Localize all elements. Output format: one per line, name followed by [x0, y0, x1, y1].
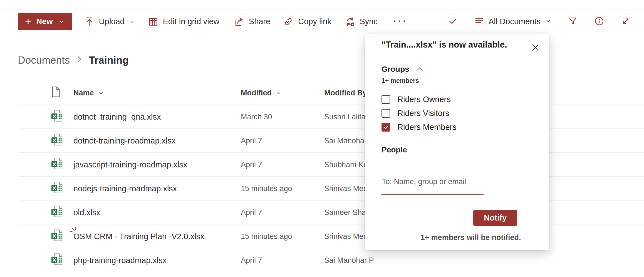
command-bar-right: All Documents	[448, 16, 631, 28]
view-selector-label: All Documents	[489, 17, 541, 26]
table-row[interactable]: php-training-roadmap.xlsx April 7 Sai Ma…	[0, 248, 644, 272]
sync-label: Sync	[360, 17, 378, 26]
checkbox-label: Riders Visitors	[397, 109, 449, 118]
file-modified: April 7	[241, 160, 262, 169]
chevron-right-icon	[76, 55, 83, 66]
file-type-column-icon	[51, 86, 61, 100]
column-header-modified-by[interactable]: Modified By	[324, 89, 367, 97]
share-label: Share	[249, 17, 270, 26]
notify-footer-text: 1+ members will be notified.	[401, 233, 540, 242]
file-modified: 15 minutes ago	[241, 232, 292, 241]
groups-members-count: 1+ members	[382, 77, 419, 85]
column-header-modified-by-label: Modified By	[324, 89, 367, 97]
column-header-modified-label: Modified	[241, 89, 272, 97]
checkbox[interactable]	[382, 109, 390, 118]
popup-title: "Train....xlsx" is now available.	[382, 40, 507, 50]
link-icon	[283, 16, 294, 27]
chevron-down-icon	[129, 19, 135, 25]
file-name[interactable]: javascript-training-roadmap.xlsx	[73, 160, 187, 169]
excel-file-icon	[51, 157, 64, 172]
new-button-label: New	[36, 17, 53, 26]
group-checkbox-option[interactable]: Riders Visitors	[382, 106, 457, 120]
excel-file-icon	[51, 205, 64, 220]
chevron-down-icon	[98, 90, 104, 96]
column-header-modified[interactable]: Modified	[241, 89, 282, 97]
checkbox-label: Riders Members	[397, 123, 457, 132]
edit-grid-view-label: Edit in grid view	[163, 17, 219, 26]
file-name[interactable]: dotnet_training_qna.xlsx	[73, 112, 161, 122]
chevron-up-icon	[415, 66, 424, 73]
upload-icon	[84, 16, 95, 27]
close-button[interactable]	[529, 41, 541, 54]
excel-file-icon	[51, 110, 64, 124]
file-modified-by: Sushri Lalita	[324, 113, 366, 121]
excel-file-icon	[51, 253, 64, 268]
notify-button[interactable]: Notify	[473, 210, 517, 226]
sync-icon	[345, 16, 355, 27]
breadcrumb: Documents Training	[18, 55, 129, 66]
checkbox-label: Riders Owners	[397, 95, 451, 104]
checkbox[interactable]	[382, 123, 390, 132]
group-checkbox-option[interactable]: Riders Members	[382, 120, 457, 134]
edit-grid-view-button[interactable]: Edit in grid view	[148, 16, 219, 27]
file-name[interactable]: dotnet-training-roadmap.xlsx	[73, 136, 176, 145]
upload-label: Upload	[99, 17, 125, 26]
file-modified-by: Sameer Shaik	[324, 208, 371, 217]
upload-button[interactable]: Upload	[84, 16, 135, 27]
chevron-down-icon	[276, 90, 282, 96]
checkbox[interactable]	[382, 95, 390, 104]
file-modified: April 7	[241, 137, 262, 145]
groups-heading: Groups	[382, 65, 409, 74]
more-commands-button[interactable]: ···	[393, 14, 407, 27]
filter-icon[interactable]	[568, 16, 578, 27]
grid-icon	[148, 16, 158, 27]
excel-file-icon	[51, 133, 64, 148]
breadcrumb-parent[interactable]: Documents	[18, 55, 70, 66]
file-modified-by: Srinivas Med	[324, 232, 368, 241]
column-header-name-label: Name	[73, 89, 94, 97]
share-button[interactable]: Share	[234, 16, 270, 27]
column-header-name[interactable]: Name	[73, 89, 104, 97]
copy-link-label: Copy link	[298, 17, 331, 26]
info-icon[interactable]	[594, 16, 605, 28]
people-picker-input[interactable]	[381, 173, 484, 195]
chevron-down-icon	[545, 17, 552, 26]
new-button[interactable]: + New	[18, 13, 72, 30]
copy-link-button[interactable]: Copy link	[283, 16, 331, 27]
command-bar: + New Upload Edit in grid view Share Cop…	[0, 9, 644, 34]
file-name[interactable]: nodejs-training-roadmap.xlsx	[73, 184, 177, 193]
selection-check-icon[interactable]	[448, 16, 458, 27]
file-modified: April 7	[241, 208, 262, 217]
view-list-icon	[474, 16, 484, 28]
file-name[interactable]: OSM CRM - Training Plan -V2.0.xlsx	[73, 232, 204, 241]
chevron-down-icon	[58, 18, 65, 25]
share-icon	[234, 16, 244, 27]
file-modified: 15 minutes ago	[241, 184, 292, 193]
file-modified-by: Sai Manohar	[324, 137, 367, 145]
groups-options: Riders Owners Riders Visitors Riders Mem…	[382, 92, 457, 134]
sync-button[interactable]: Sync	[345, 16, 378, 27]
file-name[interactable]: php-training-roadmap.xlsx	[73, 256, 167, 265]
file-modified-by: Sai Manohar P	[324, 256, 374, 265]
close-icon	[531, 43, 540, 52]
expand-icon[interactable]	[621, 16, 631, 27]
check-icon	[383, 124, 389, 130]
breadcrumb-current: Training	[89, 55, 129, 66]
ellipsis-icon: ···	[393, 14, 407, 27]
people-heading: People	[382, 145, 407, 154]
group-checkbox-option[interactable]: Riders Owners	[382, 92, 457, 106]
file-modified-by: Srinivas Med	[324, 184, 368, 193]
excel-file-icon	[51, 229, 64, 244]
excel-file-icon	[51, 181, 64, 196]
row-divider	[18, 272, 644, 272]
notification-popup: "Train....xlsx" is now available. Groups…	[365, 34, 549, 250]
file-modified: April 7	[241, 256, 262, 265]
file-modified: March 30	[241, 113, 272, 121]
view-selector[interactable]: All Documents	[474, 16, 552, 28]
groups-section-header[interactable]: Groups	[382, 65, 424, 74]
file-name[interactable]: old.xlsx	[73, 208, 100, 217]
